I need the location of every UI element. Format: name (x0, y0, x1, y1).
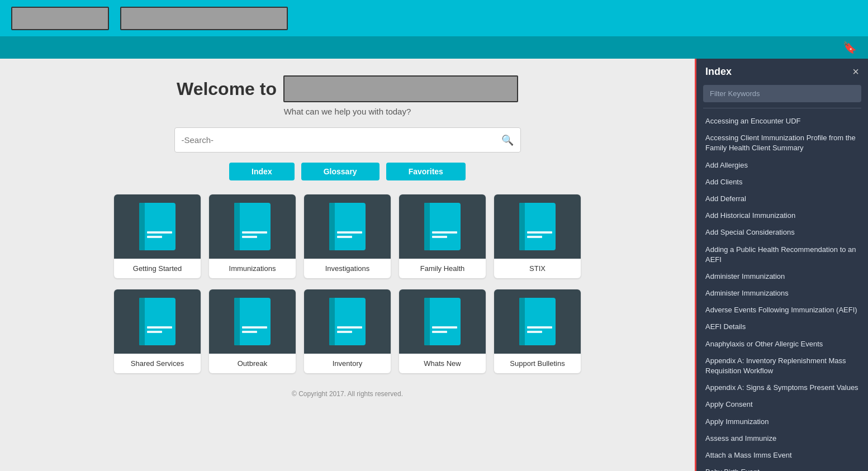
index-header: Index × (696, 59, 868, 85)
tile-label-getting-started: Getting Started (114, 259, 201, 278)
index-list-item[interactable]: Accessing an Encounter UDF (700, 113, 865, 130)
tile-family-health[interactable]: Family Health (399, 194, 486, 278)
tile-icon-whats-new (399, 289, 486, 354)
search-input[interactable] (182, 135, 501, 145)
index-list-item[interactable]: Add Clients (700, 174, 865, 191)
index-list-item[interactable]: Add Allergies (700, 157, 865, 174)
tile-icon-shared-services (114, 289, 201, 354)
index-panel: Index × Accessing an Encounter UDFAccess… (695, 59, 868, 471)
tile-immunizations[interactable]: Immunizations (209, 194, 296, 278)
index-search-container (703, 85, 861, 102)
tile-investigations[interactable]: Investigations (304, 194, 391, 278)
welcome-title: Welcome to (177, 75, 518, 102)
tile-label-investigations: Investigations (304, 259, 391, 278)
index-list-item[interactable]: Administer Immunizations (700, 285, 865, 302)
book-icon (329, 203, 366, 250)
tile-icon-support-bulletins (494, 289, 581, 354)
tile-icon-stix (494, 194, 581, 259)
tile-inventory[interactable]: Inventory (304, 289, 391, 373)
tile-getting-started[interactable]: Getting Started (114, 194, 201, 278)
tile-icon-immunizations (209, 194, 296, 259)
index-divider (703, 108, 861, 108)
index-list-item[interactable]: Accessing Client Immunization Profile fr… (700, 130, 865, 156)
favorites-button[interactable]: Favorites (386, 163, 466, 180)
tiles-grid-row2: Shared Services Outbreak (114, 289, 581, 373)
app-name-box (283, 75, 518, 102)
index-list-item[interactable]: Attach a Mass Imms Event (700, 447, 865, 464)
main-content: Welcome to What can we help you with tod… (0, 59, 868, 471)
tile-label-stix: STIX (494, 259, 581, 278)
bookmark-icon[interactable]: 🔖 (843, 41, 857, 54)
book-icon (424, 298, 461, 345)
index-list-item[interactable]: Appendix A: Inventory Replenishment Mass… (700, 353, 865, 379)
tile-label-shared-services: Shared Services (114, 354, 201, 373)
book-icon (329, 298, 366, 345)
index-list-item[interactable]: Anaphylaxis or Other Allergic Events (700, 336, 865, 353)
tile-outbreak[interactable]: Outbreak (209, 289, 296, 373)
book-icon (234, 298, 271, 345)
index-button[interactable]: Index (229, 163, 295, 180)
nav-buttons: Index Glossary Favorites (229, 163, 466, 180)
tile-label-outbreak: Outbreak (209, 354, 296, 373)
index-filter-input[interactable] (703, 85, 861, 102)
book-icon (139, 298, 176, 345)
index-list-item[interactable]: Add Deferral (700, 191, 865, 207)
index-list: Accessing an Encounter UDFAccessing Clie… (696, 113, 868, 471)
index-list-item[interactable]: Add Historical Immunization (700, 207, 865, 224)
search-icon: 🔍 (501, 134, 514, 146)
footer-text: © Copyright 2017. All rights reserved. (292, 390, 403, 398)
index-list-item[interactable]: Appendix A: Signs & Symptoms Present Val… (700, 379, 865, 396)
index-title: Index (705, 66, 732, 78)
top-header (0, 0, 868, 36)
tile-stix[interactable]: STIX (494, 194, 581, 278)
book-icon (519, 203, 556, 250)
content-area: Welcome to What can we help you with tod… (0, 59, 695, 471)
book-icon (424, 203, 461, 250)
index-list-item[interactable]: Assess and Immunize (700, 430, 865, 447)
welcome-text: Welcome to (177, 79, 277, 99)
index-list-item[interactable]: Baby Birth Event (700, 464, 865, 471)
book-icon (519, 298, 556, 345)
tile-whats-new[interactable]: Whats New (399, 289, 486, 373)
index-list-item[interactable]: Add Special Considerations (700, 224, 865, 241)
tile-icon-family-health (399, 194, 486, 259)
tile-shared-services[interactable]: Shared Services (114, 289, 201, 373)
search-bar[interactable]: 🔍 (174, 127, 521, 153)
tile-label-support-bulletins: Support Bulletins (494, 354, 581, 373)
tile-icon-getting-started (114, 194, 201, 259)
index-close-button[interactable]: × (852, 65, 859, 78)
book-icon (234, 203, 271, 250)
index-list-item[interactable]: Adverse Events Following Immunization (A… (700, 302, 865, 318)
header-app-box (120, 7, 288, 30)
tile-support-bulletins[interactable]: Support Bulletins (494, 289, 581, 373)
index-list-item[interactable]: Apply Immunization (700, 413, 865, 430)
tile-icon-investigations (304, 194, 391, 259)
index-list-item[interactable]: AEFI Details (700, 318, 865, 335)
header-logo-box (11, 7, 109, 30)
tile-label-inventory: Inventory (304, 354, 391, 373)
index-list-item[interactable]: Adding a Public Health Recommendation to… (700, 241, 865, 268)
sub-header: 🔖 (0, 36, 868, 59)
tile-label-whats-new: Whats New (399, 354, 486, 373)
tile-icon-outbreak (209, 289, 296, 354)
book-icon (139, 203, 176, 250)
index-list-item[interactable]: Administer Immunization (700, 268, 865, 285)
glossary-button[interactable]: Glossary (301, 163, 380, 180)
tiles-grid-row1: Getting Started Immunizati (114, 194, 581, 278)
tile-label-immunizations: Immunizations (209, 259, 296, 278)
welcome-subtitle: What can we help you with today? (284, 107, 411, 116)
index-list-item[interactable]: Apply Consent (700, 396, 865, 413)
tile-label-family-health: Family Health (399, 259, 486, 278)
tile-icon-inventory (304, 289, 391, 354)
